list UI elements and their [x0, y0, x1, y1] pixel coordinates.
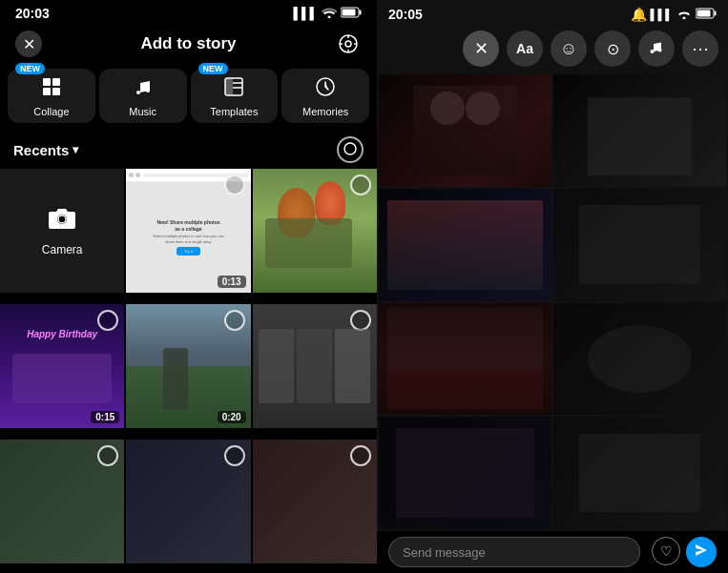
templates-tool[interactable]: NEW Templates [191, 69, 279, 123]
birthday-video-cell[interactable]: Happy Birthday 0:15 [0, 304, 124, 428]
svg-rect-16 [225, 78, 233, 95]
rp-cell-2 [553, 74, 726, 187]
select-circle-2[interactable] [350, 174, 371, 195]
group-photo-cell[interactable] [253, 304, 377, 428]
camera-label: Camera [42, 243, 83, 256]
right-controls: ✕ Aa ☺ ⊙ ⋯ [377, 27, 728, 74]
music-label: Music [129, 106, 156, 117]
templates-label: Templates [210, 106, 258, 117]
collage-new-badge: NEW [15, 63, 45, 74]
battery-left [341, 7, 362, 21]
svg-rect-26 [697, 10, 711, 17]
svg-rect-11 [43, 88, 51, 95]
camera-icon [48, 206, 76, 237]
music-tool[interactable]: Music [99, 69, 187, 123]
time-left: 20:03 [15, 6, 50, 21]
svg-point-27 [651, 50, 655, 53]
rp-cell-7 [379, 417, 551, 529]
notification-icon: 🔔 [631, 7, 647, 22]
rp-cell-6 [553, 303, 726, 416]
svg-rect-25 [715, 11, 717, 16]
camera-cell[interactable]: Camera [0, 169, 124, 293]
select-circle-5[interactable] [350, 310, 371, 331]
select-circle-1[interactable] [224, 174, 245, 195]
svg-rect-9 [43, 78, 51, 86]
select-all-icon [343, 142, 357, 158]
more-options-button[interactable]: ⋯ [682, 31, 718, 67]
memories-tool[interactable]: Memories [281, 69, 369, 123]
send-bar: Send message ♡ [377, 531, 728, 573]
svg-rect-12 [52, 88, 60, 95]
outdoor-photo-cell[interactable]: 0:20 [126, 304, 250, 428]
left-panel: 20:03 ▌▌▌ ✕ Add to story [0, 0, 377, 573]
collage-label: Collage [33, 106, 69, 117]
select-all-button[interactable] [337, 136, 364, 163]
duration-2: 0:15 [91, 411, 119, 423]
duration-3: 0:20 [218, 411, 246, 423]
svg-point-13 [136, 91, 140, 94]
music-icon-right [648, 38, 665, 60]
status-bar-left: 20:03 ▌▌▌ [0, 0, 377, 25]
collage-tool[interactable]: NEW Collage [8, 69, 95, 123]
svg-rect-2 [343, 9, 356, 15]
like-button[interactable]: ♡ [652, 537, 680, 565]
sticker-button[interactable]: ⊙ [594, 31, 631, 67]
svg-point-14 [146, 89, 150, 92]
signal-icon-right: ▌▌▌ [651, 9, 673, 20]
svg-rect-1 [360, 10, 362, 14]
bottom-photo-3[interactable] [253, 440, 377, 563]
recents-text: Recents [13, 142, 69, 158]
rp-cell-1 [379, 74, 551, 187]
emoji-button[interactable]: ☺ [551, 31, 587, 67]
story-close-icon: ✕ [474, 38, 489, 59]
text-tool-button[interactable]: Aa [507, 31, 543, 67]
send-icon [694, 542, 709, 562]
send-message-input[interactable]: Send message [388, 537, 640, 567]
bottom-photo-2[interactable] [126, 440, 250, 563]
svg-rect-10 [52, 78, 60, 86]
recents-bar: Recents ▾ [0, 131, 377, 169]
select-circle-8[interactable] [350, 445, 371, 466]
recents-dropdown[interactable]: Recents ▾ [13, 142, 78, 158]
photo-grid: Camera Now! Share multiple photosas a co… [0, 169, 377, 573]
header-title: Add to story [140, 34, 236, 53]
memories-icon [315, 76, 336, 102]
time-right: 20:05 [388, 7, 423, 22]
duration-1: 0:13 [218, 276, 246, 288]
bottom-photo-1[interactable] [0, 440, 124, 563]
rp-cell-4 [553, 189, 726, 301]
music-button-right[interactable] [638, 31, 675, 67]
memories-label: Memories [302, 106, 348, 117]
templates-icon [223, 76, 244, 102]
food-photo-cell[interactable] [253, 169, 377, 293]
templates-new-badge: NEW [198, 63, 228, 74]
select-circle-7[interactable] [224, 445, 245, 466]
close-button[interactable]: ✕ [15, 31, 42, 57]
wifi-icon [322, 7, 337, 21]
rp-cell-3 [379, 189, 551, 301]
svg-point-4 [345, 41, 351, 47]
send-placeholder: Send message [403, 545, 486, 560]
select-circle-4[interactable] [224, 310, 245, 331]
text-tool-icon: Aa [516, 41, 533, 56]
status-bar-right: 20:05 🔔 ▌▌▌ [377, 0, 728, 27]
story-screenshot-cell[interactable]: Now! Share multiple photosas a collage S… [126, 169, 250, 293]
battery-right [696, 6, 717, 23]
right-panel: 20:05 🔔 ▌▌▌ ✕ Aa [377, 0, 728, 573]
recents-chevron-icon: ▾ [73, 143, 78, 156]
collage-icon [41, 76, 62, 102]
right-photo-collage [377, 74, 728, 531]
close-icon: ✕ [23, 35, 35, 53]
music-icon [133, 76, 154, 102]
story-close-button[interactable]: ✕ [463, 31, 499, 67]
tool-bar: NEW Collage Music NEW [0, 65, 377, 131]
sticker-icon: ⊙ [607, 40, 619, 58]
rp-cell-8 [553, 417, 726, 529]
signal-icon: ▌▌▌ [293, 7, 318, 20]
like-icon: ♡ [660, 543, 673, 559]
status-icons-left: ▌▌▌ [293, 7, 362, 21]
location-icon[interactable] [335, 31, 362, 57]
story-header: ✕ Add to story [0, 25, 377, 65]
svg-point-28 [658, 48, 662, 51]
send-button[interactable] [686, 537, 717, 567]
